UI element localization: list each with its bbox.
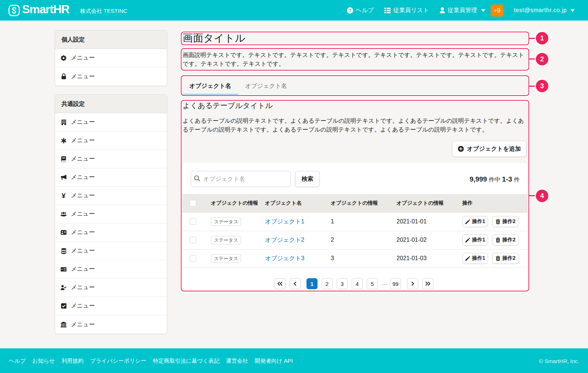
svg-text:?: ? — [349, 8, 351, 13]
